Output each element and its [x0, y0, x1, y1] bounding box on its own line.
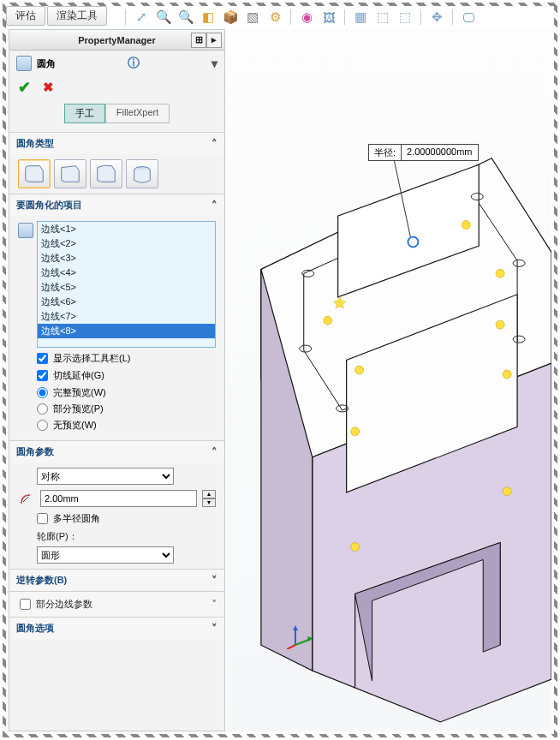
svg-point-11: [496, 320, 504, 329]
radio-full-preview[interactable]: 完整预览(W): [37, 386, 216, 399]
check-show-toolbar[interactable]: 显示选择工具栏(L): [37, 352, 216, 365]
check-tangent[interactable]: 切线延伸(G): [37, 369, 216, 382]
tab-filletxpert[interactable]: FilletXpert: [105, 104, 170, 123]
section-fillet-type[interactable]: 圆角类型˄: [9, 133, 224, 154]
help-icon[interactable]: ⓘ: [128, 56, 140, 71]
screen-icon[interactable]: 🖵: [460, 9, 477, 26]
display-style-icon[interactable]: ▧: [244, 9, 261, 26]
chevron-up-icon: ˄: [211, 199, 217, 212]
pin-icon[interactable]: ⊞: [191, 33, 206, 48]
list-item[interactable]: 边线<4>: [38, 266, 215, 280]
fillet-icon: [16, 56, 32, 71]
chevron-up-icon: ˄: [211, 445, 217, 458]
list-item[interactable]: 边线<7>: [38, 309, 215, 324]
fillet-type-constant[interactable]: [18, 159, 51, 188]
hide-show-icon[interactable]: ⚙: [266, 9, 283, 26]
zoom-fit-icon[interactable]: ⤢: [133, 9, 150, 26]
graphics-viewport[interactable]: 半径: 2.00000000mm: [227, 29, 551, 731]
chevron-down-icon: ˅: [211, 622, 217, 635]
callout-value: 2.00000000mm: [402, 145, 477, 160]
property-manager-panel: PropertyManager ⊞▸ 圆角 ⓘ ▾ ✔ ✖ 手工 FilletX…: [9, 29, 225, 731]
model-3d: [227, 29, 551, 731]
feature-title: 圆角: [37, 57, 56, 70]
list-item[interactable]: 边线<6>: [38, 295, 215, 309]
ok-button[interactable]: ✔: [18, 78, 31, 97]
profile-label: 轮廓(P)：: [37, 530, 216, 543]
svg-point-10: [496, 269, 504, 278]
chevron-down-icon: ˅: [211, 574, 217, 587]
cancel-button[interactable]: ✖: [43, 80, 54, 95]
edge-list[interactable]: 边线<1> 边线<2> 边线<3> 边线<4> 边线<5> 边线<6> 边线<7…: [37, 221, 216, 348]
list-item[interactable]: 边线<8>: [38, 324, 215, 338]
list-item[interactable]: 边线<5>: [38, 280, 215, 295]
section-view-icon[interactable]: ◧: [200, 9, 217, 26]
radio-partial-preview[interactable]: 部分预览(P): [37, 403, 216, 415]
zoom-prev-icon[interactable]: 🔍: [177, 9, 194, 26]
symmetry-select[interactable]: 对称: [37, 468, 174, 485]
svg-point-14: [351, 427, 360, 436]
tab-render-tools[interactable]: 渲染工具: [47, 6, 107, 26]
section-options[interactable]: 圆角选项˅: [9, 618, 224, 639]
chevron-down-icon: ˅: [211, 598, 217, 611]
section-params[interactable]: 圆角参数˄: [9, 441, 224, 462]
svg-point-9: [462, 220, 470, 229]
zoom-area-icon[interactable]: 🔍: [155, 9, 172, 26]
section-partial-edge[interactable]: 部分边线参数˅: [9, 592, 224, 617]
fillet-type-face[interactable]: [90, 159, 122, 188]
edit-appearance-icon[interactable]: ◉: [298, 9, 315, 26]
orientation-triad: [287, 624, 313, 649]
radius-callout[interactable]: 半径: 2.00000000mm: [368, 144, 479, 161]
fillet-type-variable[interactable]: [54, 159, 86, 188]
svg-marker-20: [293, 625, 298, 630]
check-multi-radius[interactable]: 多半径圆角: [37, 512, 216, 525]
radius-input[interactable]: [40, 490, 197, 507]
svg-point-17: [503, 487, 511, 496]
move-icon[interactable]: ✥: [428, 9, 445, 26]
dropdown-icon[interactable]: ▾: [211, 57, 217, 70]
svg-point-15: [503, 370, 511, 379]
top-toolbar: ⤢ 🔍 🔍 ◧ 📦 ▧ ⚙ ◉ 🖼 ▦ ⬚ ⬚ ✥ 🖵: [120, 6, 551, 28]
list-item[interactable]: 边线<3>: [38, 251, 215, 266]
callout-label: 半径:: [369, 145, 402, 160]
radio-no-preview[interactable]: 无预览(W): [37, 419, 216, 432]
check-partial-edge[interactable]: [20, 599, 31, 610]
svg-marker-22: [307, 636, 313, 642]
cube2-icon[interactable]: ⬚: [396, 9, 414, 26]
svg-point-13: [324, 316, 332, 325]
pm-title: PropertyManager: [78, 35, 155, 45]
fillet-type-full[interactable]: [126, 159, 158, 188]
cube1-icon[interactable]: ⬚: [374, 9, 391, 26]
view-orient-icon[interactable]: 📦: [222, 9, 239, 26]
profile-select[interactable]: 圆形: [37, 546, 174, 564]
next-icon[interactable]: ▸: [206, 33, 222, 48]
chevron-up-icon: ˄: [211, 137, 217, 150]
tab-evaluate[interactable]: 评估: [6, 6, 45, 26]
svg-line-23: [287, 645, 295, 649]
tab-manual[interactable]: 手工: [64, 104, 105, 123]
section-items[interactable]: 要圆角化的项目˄: [9, 194, 224, 216]
list-item[interactable]: 边线<1>: [38, 222, 215, 236]
section-reverse[interactable]: 逆转参数(B)˅: [9, 570, 224, 591]
spin-down[interactable]: ▾: [202, 498, 216, 507]
svg-point-12: [355, 366, 364, 374]
pm-header: PropertyManager ⊞▸: [9, 30, 224, 51]
radius-icon: [18, 490, 35, 507]
edge-select-icon: [18, 223, 33, 238]
list-item[interactable]: 边线<2>: [38, 236, 215, 251]
svg-point-16: [351, 543, 360, 552]
apply-scene-icon[interactable]: 🖼: [320, 9, 337, 26]
spin-up[interactable]: ▴: [202, 490, 216, 498]
view-setting-icon[interactable]: ▦: [352, 9, 369, 26]
